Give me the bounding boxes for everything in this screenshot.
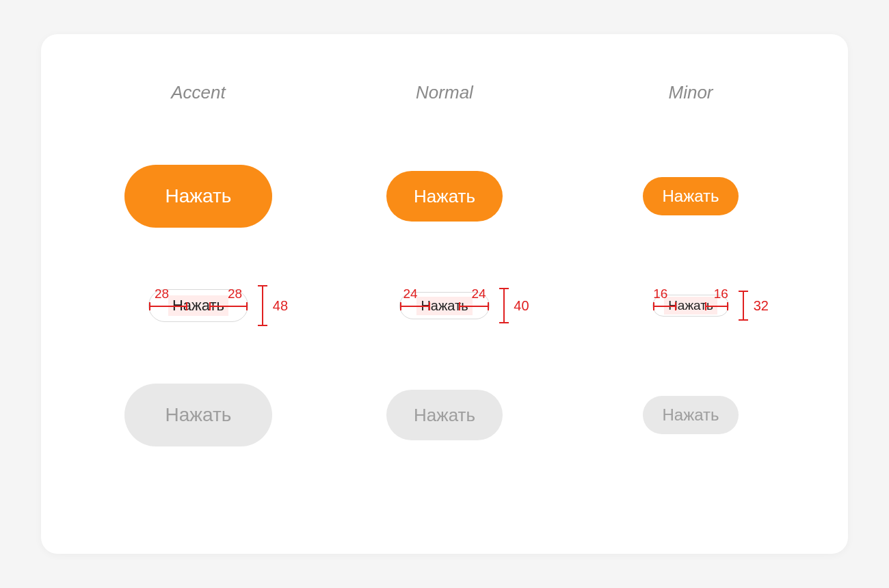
height-bar [503, 288, 505, 323]
button-label: Нажать [165, 404, 232, 426]
pad-right-value: 24 [471, 286, 486, 302]
column-title-minor: Minor [668, 82, 713, 103]
column-title-accent: Accent [171, 82, 226, 103]
accent-disabled-button: Нажать [124, 384, 273, 446]
normal-primary-button[interactable]: Нажать [386, 171, 503, 222]
button-label: Нажать [662, 187, 719, 206]
minor-primary-button[interactable]: Нажать [643, 177, 738, 215]
accent-spec-outline: 28 Нажать 28 [148, 289, 248, 322]
height-value: 40 [514, 298, 529, 314]
accent-spec: 28 Нажать 28 48 [148, 289, 248, 322]
accent-primary-button[interactable]: Нажать [124, 165, 273, 228]
pad-right-value: 16 [714, 286, 728, 302]
normal-spec: 24 Нажать 24 40 [399, 292, 489, 319]
pad-left-value: 16 [653, 286, 667, 302]
minor-spec: 16 Нажать 16 32 [652, 295, 729, 317]
pad-bar-right: 28 [209, 306, 248, 307]
pad-bar-right: 16 [705, 306, 728, 307]
height-value: 32 [754, 298, 769, 314]
pad-bar-left: 28 [149, 306, 187, 307]
height-value: 48 [273, 298, 288, 314]
button-label: Нажать [662, 405, 719, 425]
column-title-normal: Normal [416, 82, 473, 103]
pad-bar-left: 24 [400, 306, 430, 307]
pad-left-value: 28 [155, 286, 169, 302]
spec-card: Accent Normal Minor Нажать Нажать Нажать… [41, 34, 848, 554]
pad-bar-right: 24 [459, 306, 489, 307]
minor-spec-outline: 16 Нажать 16 [652, 295, 729, 317]
button-label: Нажать [165, 185, 232, 207]
button-label: Нажать [414, 186, 475, 207]
height-bar [743, 291, 744, 321]
minor-disabled-button: Нажать [643, 396, 738, 434]
normal-disabled-button: Нажать [386, 390, 503, 440]
normal-spec-outline: 24 Нажать 24 [399, 292, 489, 319]
pad-bar-left: 16 [653, 306, 676, 307]
height-bar [262, 285, 263, 326]
button-label: Нажать [414, 405, 475, 426]
pad-right-value: 28 [228, 286, 242, 302]
pad-left-value: 24 [403, 286, 417, 302]
